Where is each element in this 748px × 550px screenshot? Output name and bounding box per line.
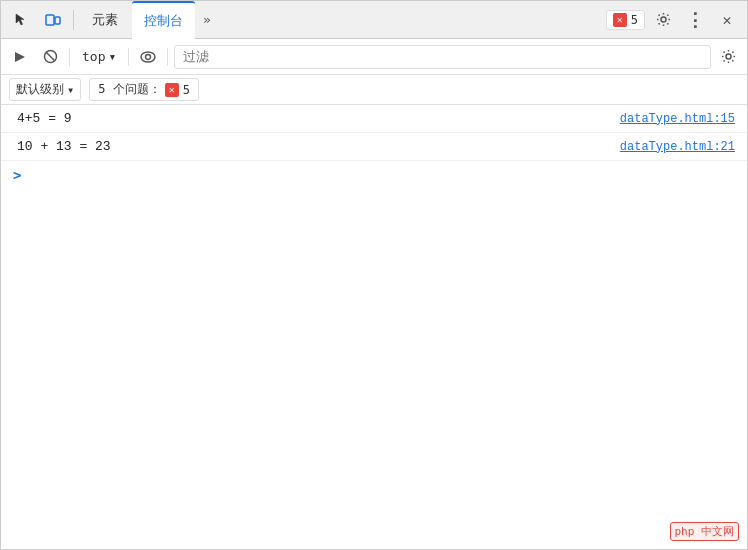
console-row-1: 4+5 = 9 dataType.html:15 [1,105,747,133]
level-chevron-icon: ▾ [67,83,74,97]
console-prompt-input[interactable] [27,168,735,183]
tab-bar-left [7,6,67,34]
elements-tab-label: 元素 [92,11,118,29]
eye-btn[interactable] [135,44,161,70]
more-options-btn[interactable]: ⋮ [681,6,709,34]
svg-point-2 [661,17,666,22]
console-text-2: 10 + 13 = 23 [17,139,111,154]
svg-marker-3 [15,52,25,62]
console-prompt-row: > [1,161,747,189]
settings-btn[interactable] [649,6,677,34]
svg-point-7 [146,54,151,59]
play-icon [13,50,27,64]
prompt-chevron-icon: > [13,167,21,183]
context-label: top [82,49,105,64]
tab-bar-right: ✕ 5 ⋮ ✕ [606,6,741,34]
ban-icon [43,49,58,64]
close-btn[interactable]: ✕ [713,6,741,34]
console-row-2: 10 + 13 = 23 dataType.html:21 [1,133,747,161]
tab-more-btn[interactable]: » [197,8,217,31]
console-text-1: 4+5 = 9 [17,111,72,126]
console-tab-label: 控制台 [144,12,183,30]
svg-rect-0 [46,15,54,25]
svg-point-8 [726,54,731,59]
context-selector[interactable]: top ▾ [76,47,122,66]
clear-console-btn[interactable] [7,44,33,70]
console-toolbar: top ▾ [1,39,747,75]
toolbar-divider-2 [128,48,129,66]
devtools-window: 元素 控制台 » ✕ 5 ⋮ ✕ [0,0,748,550]
tab-bar: 元素 控制台 » ✕ 5 ⋮ ✕ [1,1,747,39]
context-chevron-icon: ▾ [108,49,116,64]
error-count: 5 [631,13,638,27]
watermark: php 中文网 [670,522,740,541]
level-selector[interactable]: 默认级别 ▾ [9,78,81,101]
console-settings-btn[interactable] [715,44,741,70]
svg-point-6 [141,52,155,62]
filter-input[interactable] [174,45,711,69]
issues-error-icon: ✕ [165,83,179,97]
svg-line-5 [46,52,55,61]
eye-icon [140,51,156,63]
ellipsis-icon: ⋮ [686,11,704,29]
cursor-icon [13,12,29,28]
error-icon: ✕ [613,13,627,27]
toolbar-divider-3 [167,48,168,66]
console-source-2[interactable]: dataType.html:21 [620,140,735,154]
issues-error-count: 5 [183,83,190,97]
level-label: 默认级别 [16,81,64,98]
close-icon: ✕ [722,11,731,29]
inspect-icon-btn[interactable] [7,6,35,34]
tab-console[interactable]: 控制台 [132,1,195,39]
toolbar-divider-1 [69,48,70,66]
tab-divider-1 [73,10,74,30]
console-source-1[interactable]: dataType.html:15 [620,112,735,126]
level-bar: 默认级别 ▾ 5 个问题： ✕ 5 [1,75,747,105]
error-badge[interactable]: ✕ 5 [606,10,645,30]
device-toolbar-btn[interactable] [39,6,67,34]
svg-rect-1 [55,17,60,24]
tab-elements[interactable]: 元素 [80,1,130,39]
gear-icon [656,12,671,27]
issues-badge[interactable]: 5 个问题： ✕ 5 [89,78,199,101]
block-btn[interactable] [37,44,63,70]
issues-label: 5 个问题： [98,81,160,98]
console-output: 4+5 = 9 dataType.html:15 10 + 13 = 23 da… [1,105,747,549]
console-gear-icon [721,49,736,64]
device-icon [45,12,61,28]
